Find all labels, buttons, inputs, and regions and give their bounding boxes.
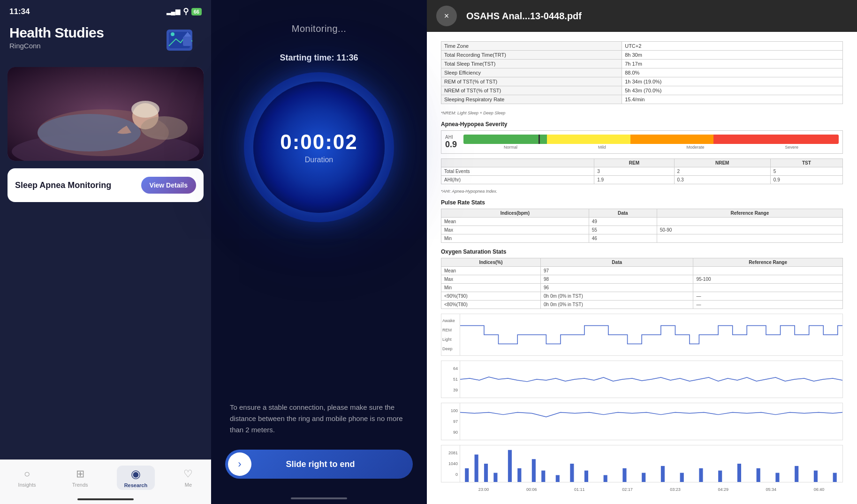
event-tst: 5 (770, 167, 842, 176)
gauge-normal-label: Normal (504, 145, 517, 150)
spo2-chart: 100 97 90 (441, 403, 843, 440)
table-row: Max5550-90 (441, 226, 843, 234)
table-row: Min46 (441, 234, 843, 243)
table-row: Mean97 (441, 267, 843, 275)
x-label-7: 06:40 (814, 487, 825, 492)
starting-time-area: Starting time: 11:36 (280, 53, 358, 63)
table-row: Total Recording Time(TRT)8h 30m (441, 51, 843, 60)
table-row: Mean49 (441, 218, 843, 226)
svg-rect-29 (718, 471, 722, 482)
slide-button-container: › Slide right to end (225, 450, 413, 479)
table-row: Sleeping Respiratory Rate15.4/min (441, 95, 843, 104)
research-icon: ◉ (131, 467, 141, 481)
app-subtitle: RingConn (9, 42, 104, 50)
pdf-panel: × OSAHS Anal...13-0448.pdf Time ZoneUTC+… (427, 0, 857, 504)
starting-time: Starting time: 11:36 (280, 53, 358, 62)
spo2-chart-area (460, 403, 842, 440)
svg-rect-35 (833, 473, 837, 482)
gauge-normal (463, 135, 547, 144)
gauge-moderate (630, 135, 714, 144)
table-row: NREM of TST(% of TST)5h 43m (70.0%) (441, 86, 843, 95)
spo2-max: 100 (442, 408, 458, 413)
table-row: Min96 (441, 284, 843, 292)
x-label-1: 00:06 (526, 487, 537, 492)
svg-rect-28 (699, 468, 703, 482)
nav-insights[interactable]: ○ Insights (11, 466, 44, 489)
gauge-severe (713, 135, 839, 144)
phone-card: Sleep Apnea Monitoring View Details (8, 168, 204, 202)
slide-to-end-button[interactable]: › Slide right to end (225, 450, 413, 479)
svg-rect-22 (584, 471, 588, 482)
svg-rect-12 (465, 468, 469, 482)
stat-label: Time Zone (441, 42, 622, 51)
sleep-chart-svg (460, 314, 842, 355)
svg-rect-24 (622, 468, 626, 482)
sleep-rem: REM (442, 328, 459, 332)
svg-point-11 (141, 116, 188, 140)
monitoring-hint: To ensure a stable connection, please ma… (211, 402, 427, 445)
pulse-index: Mean (441, 218, 589, 226)
oxygen-index: <80%(T80) (441, 301, 541, 309)
events-col2: NREM (674, 159, 770, 167)
nav-research-label: Research (124, 482, 148, 488)
pulse-section-title: Pulse Rate Stats (441, 199, 843, 206)
pdf-close-button[interactable]: × (436, 6, 457, 26)
table-row: Total Sleep Time(TST)7h 17m (441, 60, 843, 68)
stat-value: 88.0% (622, 68, 843, 77)
status-right: ▂▄▆ ⚲ 66 (167, 7, 202, 16)
monitoring-title: Monitoring... (292, 23, 347, 34)
slide-text: Slide right to end (251, 459, 389, 469)
svg-rect-18 (532, 459, 536, 482)
pulse-ref: 50-90 (657, 226, 842, 234)
nav-insights-label: Insights (18, 482, 36, 488)
sleep-movement-chart: 2081 1040 0 (441, 445, 843, 482)
svg-rect-15 (493, 473, 497, 482)
svg-rect-16 (508, 450, 512, 482)
me-icon: ♡ (183, 468, 193, 480)
oxygen-index: Min (441, 284, 541, 292)
oxygen-ref: — (693, 292, 843, 301)
header-illustration (159, 25, 202, 58)
oxygen-col1: Data (540, 258, 693, 267)
nav-research[interactable]: ◉ Research (117, 466, 155, 490)
x-label-4: 03:23 (670, 487, 681, 492)
events-table: REM NREM TST Total Events325AHI(/hr)1.90… (441, 158, 843, 184)
nav-me[interactable]: ♡ Me (176, 466, 200, 489)
note2: *AHI: Apnea-Hypopnea Index. (441, 189, 843, 194)
wifi-icon: ⚲ (183, 7, 189, 16)
header-text: Health Studies RingConn (9, 25, 104, 50)
spo2-chart-svg (460, 403, 842, 440)
stat-value: 5h 43m (70.0%) (622, 86, 843, 95)
movement-chart-svg (460, 445, 842, 482)
oxygen-ref (693, 267, 843, 275)
svg-point-9 (131, 101, 159, 118)
svg-rect-21 (570, 464, 574, 482)
oxygen-data: 0h 0m (0% in TST) (540, 292, 693, 301)
oxygen-data: 98 (540, 275, 693, 284)
pdf-header: × OSAHS Anal...13-0448.pdf (427, 0, 857, 32)
oxygen-ref (693, 284, 843, 292)
view-details-button[interactable]: View Details (141, 177, 196, 194)
timer-value: 0:00:02 (280, 130, 358, 154)
oxygen-data: 0h 0m (0% in TST) (540, 301, 693, 309)
pulse-ref (657, 234, 842, 243)
ahi-label: AHI (445, 135, 457, 140)
battery-badge: 66 (191, 8, 202, 15)
table-row: REM of TST(% of TST)1h 34m (19.0%) (441, 77, 843, 86)
nav-trends[interactable]: ⊞ Trends (65, 466, 96, 489)
pulse-data: 46 (589, 234, 657, 243)
table-row: <90%(T90)0h 0m (0% in TST)— (441, 292, 843, 301)
pulse-y-axis: 64 51 39 (441, 361, 460, 398)
ahi-number: 0.9 (445, 140, 457, 150)
pulse-chart: 64 51 39 (441, 361, 843, 398)
x-label-2: 01:11 (574, 487, 585, 492)
svg-rect-20 (556, 475, 560, 482)
oxygen-table: Indices(%) Data Reference Range Mean97Ma… (441, 258, 843, 309)
x-axis-labels: 23:00 00:06 01:11 02:17 03:23 04:29 05:3… (441, 487, 843, 492)
movement-min: 0 (442, 472, 458, 477)
x-label-5: 04:29 (718, 487, 728, 492)
sleep-chart-area (460, 314, 842, 355)
sleep-deep: Deep (442, 346, 459, 351)
pulse-data: 49 (589, 218, 657, 226)
spo2-mid: 97 (442, 419, 458, 424)
